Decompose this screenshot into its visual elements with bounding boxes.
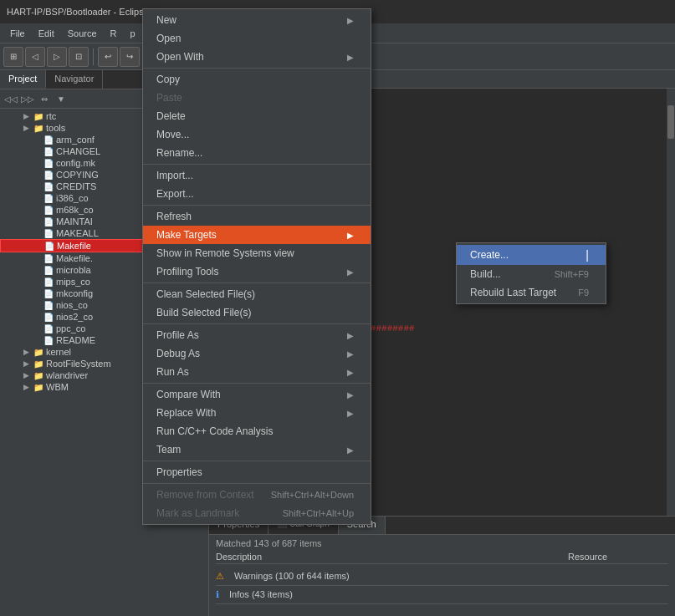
submenu-item-rebuildlast[interactable]: Rebuild Last Target F9 — [457, 283, 606, 302]
shortcut-marklandmark: Shift+Ctrl+Alt+Up — [283, 508, 354, 518]
bottom-row-warnings[interactable]: ⚠ Warnings (100 of 644 items) — [216, 568, 668, 586]
menu-file[interactable]: File — [3, 27, 32, 40]
submenu-item-build[interactable]: Build... Shift+F9 — [457, 265, 606, 283]
info-icon: ℹ — [216, 589, 219, 600]
menu-label-buildfiles: Build Selected File(s) — [156, 307, 251, 318]
menu-item-import[interactable]: Import... — [143, 166, 371, 185]
menu-item-move[interactable]: Move... — [143, 125, 371, 144]
menu-item-new[interactable]: New ▶ — [143, 11, 371, 29]
menu-item-copy[interactable]: Copy — [143, 70, 371, 89]
tab-navigator[interactable]: Navigator — [46, 70, 103, 89]
menu-label-removefromctx: Remove from Context — [156, 489, 254, 501]
warnings-label: Warnings (100 of 644 items) — [234, 571, 350, 582]
shortcut-rebuildlast: F9 — [578, 288, 589, 298]
menu-refactor[interactable]: R — [104, 27, 124, 40]
file-icon-ppc: 📄 — [43, 324, 54, 333]
tree-arrow-wlandriver: ▶ — [23, 371, 33, 379]
menu-item-replacewith[interactable]: Replace With ▶ — [143, 404, 371, 422]
tab-project[interactable]: Project — [0, 70, 46, 89]
menu-item-open[interactable]: Open — [143, 29, 371, 48]
menu-source[interactable]: Source — [61, 27, 104, 40]
tree-label-rtc: rtc — [46, 111, 56, 121]
context-menu: New ▶ Open Open With ▶ Copy Paste Delete… — [142, 8, 371, 525]
menu-item-profiling[interactable]: Profiling Tools ▶ — [143, 262, 371, 281]
toolbar-btn-4[interactable]: ⊡ — [69, 47, 89, 67]
menu-item-buildfiles[interactable]: Build Selected File(s) — [143, 303, 371, 322]
tree-label-m68k: m68k_co — [56, 205, 94, 215]
file-icon-readme: 📄 — [43, 336, 54, 345]
file-icon-changel: 📄 — [43, 147, 54, 156]
menu-label-profileas: Profile As — [156, 329, 199, 341]
arrow-icon-maketargets: ▶ — [347, 231, 354, 240]
file-icon-nios2: 📄 — [43, 313, 54, 322]
tree-link-btn[interactable]: ⇔ — [37, 91, 52, 106]
menu-item-delete[interactable]: Delete — [143, 107, 371, 125]
tree-label-readme: README — [56, 335, 95, 345]
arrow-icon-team: ▶ — [347, 445, 354, 455]
submenu-label-create: Create... — [470, 249, 509, 261]
menu-label-rename: Rename... — [156, 147, 202, 159]
toolbar-btn-5[interactable]: ↩ — [98, 47, 118, 67]
submenu-label-rebuildlast: Rebuild Last Target — [470, 287, 556, 298]
cursor-indicator: | — [586, 248, 589, 262]
tree-label-wbm: WBM — [46, 382, 69, 392]
tree-expand-btn[interactable]: ▷▷ — [20, 91, 35, 106]
menu-item-runas[interactable]: Run As ▶ — [143, 363, 371, 381]
tree-label-copying: COPYING — [56, 170, 99, 180]
menu-label-marklandmark: Mark as Landmark — [156, 507, 239, 519]
menu-label-replacewith: Replace With — [156, 407, 216, 419]
menu-edit[interactable]: Edit — [32, 27, 61, 40]
menu-item-profileas[interactable]: Profile As ▶ — [143, 326, 371, 344]
toolbar-sep-1 — [93, 48, 94, 65]
bottom-row-infos[interactable]: ℹ Infos (43 items) — [216, 586, 668, 604]
menu-label-runcodeanalysis: Run C/C++ Code Analysis — [156, 425, 273, 437]
menu-item-showremote[interactable]: Show in Remote Systems view — [143, 244, 371, 262]
submenu-item-create[interactable]: Create... | — [457, 245, 606, 265]
tree-collapse-btn[interactable]: ◁◁ — [3, 91, 18, 106]
toolbar-btn-6[interactable]: ↪ — [120, 47, 140, 67]
menu-item-refresh[interactable]: Refresh — [143, 207, 371, 226]
menu-item-runcodeanalysis[interactable]: Run C/C++ Code Analysis — [143, 422, 371, 440]
file-icon-copying: 📄 — [43, 171, 54, 180]
menu-item-maketargets[interactable]: Make Targets ▶ — [143, 226, 371, 244]
tree-label-changel: CHANGEL — [56, 146, 100, 156]
shortcut-build: Shift+F9 — [555, 269, 589, 279]
toolbar-btn-3[interactable]: ▷ — [47, 47, 67, 67]
file-icon-m68k: 📄 — [43, 206, 54, 215]
menu-item-marklandmark: Mark as Landmark Shift+Ctrl+Alt+Up — [143, 504, 371, 522]
file-icon-mkconfig: 📄 — [43, 289, 54, 298]
tree-label-mkconfig: mkconfig — [56, 288, 93, 298]
menu-item-openwith[interactable]: Open With ▶ — [143, 48, 371, 66]
menu-navigate[interactable]: p — [124, 27, 142, 40]
tree-label-makefile2: Makefile. — [56, 253, 93, 263]
menu-item-team[interactable]: Team ▶ — [143, 440, 371, 459]
menu-item-export[interactable]: Export... — [143, 185, 371, 203]
tree-menu-btn[interactable]: ▼ — [54, 91, 69, 106]
submenu-maketargets: Create... | Build... Shift+F9 Rebuild La… — [456, 242, 606, 304]
menu-sep-1 — [143, 68, 371, 69]
tree-arrow-rtc: ▶ — [23, 112, 33, 120]
menu-label-team: Team — [156, 444, 181, 456]
file-icon-makeall: 📄 — [43, 229, 54, 238]
menu-item-debugas[interactable]: Debug As ▶ — [143, 344, 371, 363]
toolbar-btn-1[interactable]: ⊞ — [3, 47, 23, 67]
col-resource: Resource — [568, 552, 668, 562]
tree-label-microbla: microbla — [56, 265, 91, 275]
menu-item-properties[interactable]: Properties — [143, 463, 371, 481]
menu-label-delete: Delete — [156, 110, 186, 122]
menu-sep-7 — [143, 461, 371, 461]
tree-arrow-wbm: ▶ — [23, 383, 33, 391]
tree-label-i386: i386_co — [56, 193, 89, 203]
menu-item-cleanfiles[interactable]: Clean Selected File(s) — [143, 285, 371, 303]
col-description: Description — [216, 552, 568, 562]
toolbar-btn-2[interactable]: ◁ — [25, 47, 45, 67]
menu-item-comparewith[interactable]: Compare With ▶ — [143, 385, 371, 404]
menu-label-open: Open — [156, 33, 181, 44]
menu-item-rename[interactable]: Rename... — [143, 144, 371, 162]
menu-label-move: Move... — [156, 129, 189, 140]
scrollbar-thumb[interactable] — [667, 105, 674, 139]
file-icon-configmk: 📄 — [43, 159, 54, 168]
menu-label-paste: Paste — [156, 92, 182, 104]
menu-label-cleanfiles: Clean Selected File(s) — [156, 288, 255, 300]
tree-arrow-rootfs: ▶ — [23, 359, 33, 368]
